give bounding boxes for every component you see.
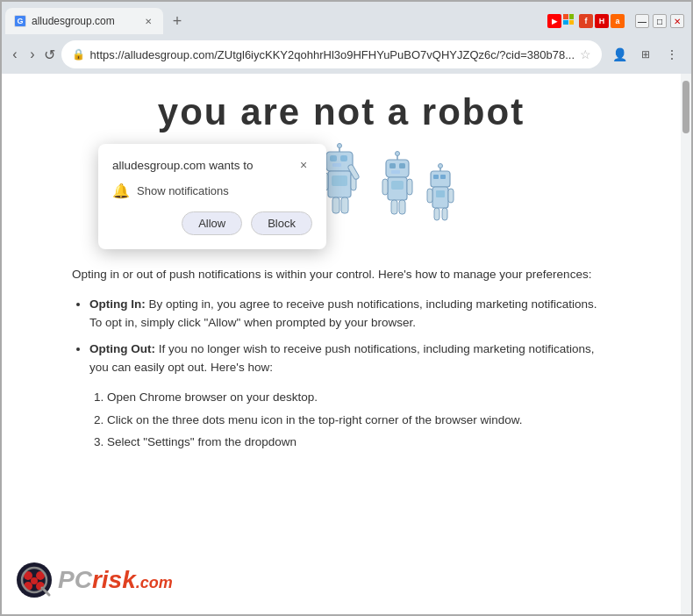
profile-button[interactable]: 👤	[607, 42, 632, 67]
numbered-item-1: Open Chrome browser on your desktop.	[107, 388, 611, 407]
popup-buttons: Allow Block	[112, 211, 312, 235]
numbered-list: Open Chrome browser on your desktop. Cli…	[107, 388, 611, 452]
svg-rect-49	[431, 171, 450, 187]
popup-close-button[interactable]: ×	[295, 156, 312, 174]
svg-rect-27	[332, 163, 341, 167]
numbered-item-3: Select "Settings" from the dropdown	[107, 433, 611, 452]
toolbar-icons: 👤 ⊞ ⋮	[607, 42, 684, 67]
close-button[interactable]: ✕	[670, 14, 684, 28]
tab-label: alludesgroup.com	[32, 15, 115, 27]
svg-point-36	[338, 144, 342, 148]
svg-rect-39	[399, 163, 405, 168]
svg-rect-42	[391, 181, 404, 190]
svg-rect-50	[433, 175, 439, 179]
svg-rect-34	[341, 197, 348, 213]
svg-rect-55	[448, 189, 454, 203]
svg-rect-25	[330, 155, 337, 161]
o-favicon: a	[611, 14, 625, 28]
active-tab[interactable]: G alludesgroup.com ✕	[5, 8, 163, 34]
svg-rect-44	[407, 179, 412, 195]
ms-favicon	[563, 14, 577, 28]
svg-rect-29	[332, 175, 347, 186]
svg-rect-54	[427, 189, 432, 203]
opting-in-bold: Opting In:	[89, 297, 146, 311]
svg-rect-43	[382, 179, 388, 195]
svg-rect-33	[332, 197, 339, 213]
fb-favicon: f	[579, 14, 593, 28]
yt-favicon: ▶	[547, 14, 561, 28]
svg-rect-45	[391, 200, 397, 214]
page-inner: you are not a robot	[2, 74, 681, 473]
svg-rect-57	[442, 208, 447, 220]
back-button[interactable]: ‹	[9, 42, 21, 67]
block-button[interactable]: Block	[251, 211, 312, 235]
forward-button[interactable]: ›	[26, 42, 39, 67]
page-heading: you are not a robot	[72, 91, 611, 133]
popup-permission-label: Show notifications	[137, 184, 229, 197]
svg-point-65	[31, 577, 38, 584]
svg-rect-38	[389, 163, 396, 168]
svg-rect-26	[340, 155, 347, 161]
bullet-list: Opting In: By opting in, you agree to re…	[89, 295, 611, 377]
opting-out-text: If you no longer wish to receive push no…	[89, 342, 595, 375]
pcrisk-text-group: PC risk .com	[58, 566, 173, 594]
pc-text: PC	[58, 566, 92, 594]
browser-window: G alludesgroup.com ✕ + ▶ f H	[0, 0, 693, 616]
secure-icon: 🔒	[72, 48, 85, 61]
page-content: alludesgroup.com wants to × 🔔 Show notif…	[2, 74, 681, 614]
risk-text: risk	[92, 566, 136, 594]
bell-icon: 🔔	[112, 183, 130, 199]
numbered-item-2: Click on the three dots menu icon in the…	[107, 411, 611, 430]
tab-favicon: G	[14, 15, 26, 27]
opting-in-text: By opting in, you agree to receive push …	[89, 297, 597, 330]
extension-button[interactable]: ⊞	[633, 42, 658, 67]
svg-point-48	[396, 152, 400, 156]
browser-viewport: alludesgroup.com wants to × 🔔 Show notif…	[2, 74, 691, 614]
svg-rect-40	[391, 170, 400, 174]
notification-popup: alludesgroup.com wants to × 🔔 Show notif…	[98, 144, 326, 249]
domain-text: .com	[136, 574, 173, 592]
svg-rect-51	[440, 175, 446, 179]
address-text: https://alludesgroup.com/ZUtgl6iycKKY2qo…	[90, 48, 575, 61]
menu-button[interactable]: ⋮	[660, 42, 684, 67]
list-item-opting-in: Opting In: By opting in, you agree to re…	[89, 295, 611, 333]
scrollbar-thumb[interactable]	[682, 81, 689, 133]
popup-permission-row: 🔔 Show notifications	[112, 183, 312, 199]
list-item-opting-out: Opting Out: If you no longer wish to rec…	[89, 340, 611, 377]
popup-title: alludesgroup.com wants to	[112, 159, 254, 172]
reload-button[interactable]: ↺	[44, 42, 56, 67]
pcrisk-icon	[16, 562, 53, 598]
svg-rect-56	[434, 208, 439, 220]
maximize-button[interactable]: □	[653, 14, 667, 28]
address-bar: ‹ › ↺ 🔒 https://alludesgroup.com/ZUtgl6i…	[2, 35, 691, 74]
svg-rect-37	[386, 160, 409, 177]
tab-close-button[interactable]: ✕	[142, 15, 154, 27]
new-tab-button[interactable]: +	[167, 11, 188, 32]
scrollbar[interactable]	[681, 74, 691, 614]
intro-text: Opting in or out of push notifications i…	[72, 265, 611, 284]
pcrisk-logo: PC risk .com	[16, 562, 173, 598]
opting-out-bold: Opting Out:	[89, 342, 155, 355]
h-favicon: H	[595, 14, 609, 28]
svg-rect-53	[436, 190, 445, 197]
address-bar-input[interactable]: 🔒 https://alludesgroup.com/ZUtgl6iycKKY2…	[61, 40, 602, 68]
minimize-button[interactable]: —	[635, 14, 649, 28]
allow-button[interactable]: Allow	[182, 211, 242, 235]
bookmark-star-icon: ☆	[580, 47, 591, 61]
svg-point-59	[439, 164, 443, 168]
svg-rect-46	[399, 200, 405, 214]
popup-header: alludesgroup.com wants to ×	[112, 156, 312, 174]
tab-bar: G alludesgroup.com ✕ + ▶ f H	[2, 2, 691, 35]
